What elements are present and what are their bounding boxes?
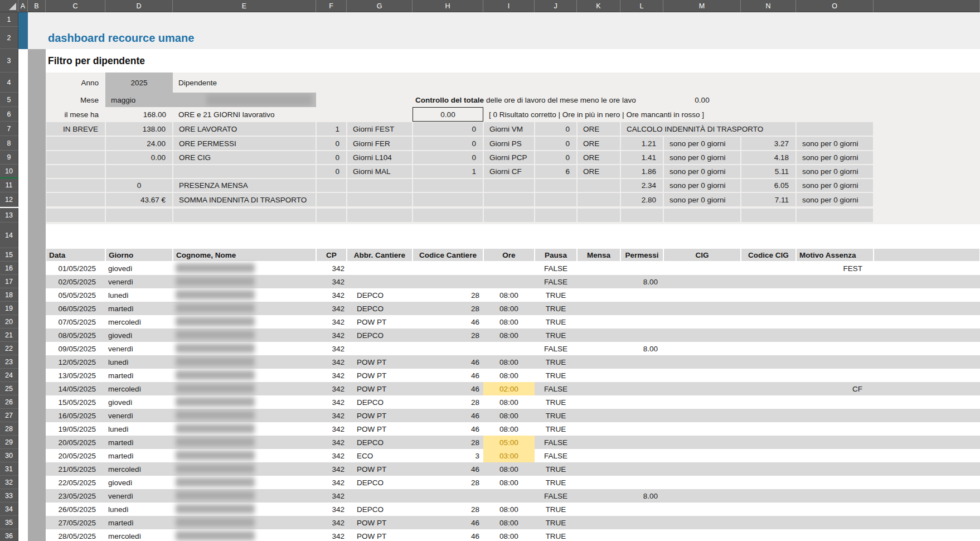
cell-cp-r29[interactable]: 342 bbox=[316, 436, 347, 449]
cell-I13[interactable] bbox=[484, 209, 534, 222]
cell-giorno-r16[interactable]: giovedì bbox=[105, 262, 173, 275]
cell-codice-cantiere-r27[interactable]: 46 bbox=[413, 409, 483, 422]
cell-cp-r26[interactable]: 342 bbox=[316, 395, 347, 409]
cell-cp-r24[interactable]: 342 bbox=[316, 369, 347, 382]
cell-motivo-assenza-r16[interactable]: FEST bbox=[796, 262, 874, 275]
cell-ore-r36[interactable]: 08:00 bbox=[483, 529, 535, 541]
row-header-27[interactable]: 27 bbox=[0, 409, 18, 422]
cell-giorno-r35[interactable]: martedì bbox=[105, 516, 173, 529]
cell-I10[interactable]: Giorni CF bbox=[484, 165, 534, 178]
cell-abbr-cantiere-r21[interactable]: DEPCO bbox=[347, 329, 413, 342]
table-header-J[interactable]: Pausa bbox=[535, 249, 576, 261]
cell-O10[interactable]: sono per 0 giorni bbox=[797, 165, 873, 178]
cell-abbr-cantiere-r25[interactable]: POW PT bbox=[347, 382, 413, 395]
cell-L9[interactable]: 1.41 bbox=[621, 151, 663, 164]
cell-D9[interactable]: 0.00 bbox=[106, 151, 172, 164]
row-header-25[interactable]: 25 bbox=[0, 382, 18, 395]
cell-cp-r21[interactable]: 342 bbox=[316, 329, 347, 342]
cell-pausa-r21[interactable]: TRUE bbox=[535, 329, 577, 342]
cell-L10[interactable]: 1.86 bbox=[621, 165, 663, 178]
cell-permessi-r33[interactable]: 8.00 bbox=[620, 489, 663, 503]
cell-E13[interactable] bbox=[173, 209, 316, 222]
cell-giorno-r32[interactable]: giovedì bbox=[105, 476, 173, 489]
cell-H6[interactable]: 0.00 bbox=[413, 107, 483, 122]
row-header-30[interactable]: 30 bbox=[0, 449, 18, 462]
cell-data-r20[interactable]: 07/05/2025 bbox=[46, 315, 105, 329]
cell-O11[interactable]: sono per 0 giorni bbox=[797, 179, 873, 192]
cell-data-r17[interactable]: 02/05/2025 bbox=[46, 275, 105, 288]
cell-H9[interactable]: 0 bbox=[413, 151, 483, 164]
cell-K11[interactable] bbox=[578, 179, 620, 192]
cell-data-r18[interactable]: 05/05/2025 bbox=[46, 288, 105, 302]
cell-G9[interactable]: Giorni L104 bbox=[347, 151, 412, 164]
cell-C8[interactable] bbox=[46, 137, 105, 150]
cell-O13[interactable] bbox=[797, 209, 873, 222]
row-header-3[interactable]: 3 bbox=[0, 49, 18, 73]
cell-G12[interactable] bbox=[347, 193, 412, 206]
cell-permessi-r17[interactable]: 8.00 bbox=[620, 275, 663, 288]
row-header-33[interactable]: 33 bbox=[0, 489, 18, 503]
cell-K12[interactable] bbox=[578, 193, 620, 206]
cell-permessi-r22[interactable]: 8.00 bbox=[620, 342, 663, 355]
cell-ore-r18[interactable]: 08:00 bbox=[483, 288, 535, 302]
cell-giorno-r20[interactable]: mercoledì bbox=[105, 315, 173, 329]
row-header-19[interactable]: 19 bbox=[0, 302, 18, 315]
cell-giorno-r19[interactable]: martedì bbox=[105, 302, 173, 315]
cell-C10[interactable] bbox=[46, 165, 105, 178]
cell-data-r23[interactable]: 12/05/2025 bbox=[46, 355, 105, 369]
cell-codice-cantiere-r32[interactable]: 28 bbox=[413, 476, 483, 489]
cell-E7[interactable]: ORE LAVORATO bbox=[173, 122, 316, 136]
cell-J10[interactable]: 6 bbox=[535, 165, 576, 178]
cell-L8[interactable]: 1.21 bbox=[621, 137, 663, 150]
cell-cp-r28[interactable]: 342 bbox=[316, 422, 347, 436]
cell-D12[interactable]: 43.67 € bbox=[106, 193, 172, 206]
cell-D4[interactable]: 2025 bbox=[105, 73, 173, 93]
cell-I8[interactable]: Giorni PS bbox=[484, 137, 534, 150]
cell-motivo-assenza-r25[interactable]: CF bbox=[796, 382, 874, 395]
cell-E12[interactable]: SOMMA INDENNITA DI TRASPORTO bbox=[173, 193, 316, 206]
cell-J13[interactable] bbox=[535, 209, 576, 222]
cell-C4[interactable]: Anno bbox=[46, 73, 105, 93]
cell-E4[interactable]: Dipendente bbox=[173, 73, 316, 93]
row-header-31[interactable]: 31 bbox=[0, 462, 18, 476]
cell-O12[interactable]: sono per 0 giorni bbox=[797, 193, 873, 206]
cell-E11[interactable]: PRESENZA MENSA bbox=[173, 179, 316, 192]
table-header-I[interactable]: Ore bbox=[484, 249, 534, 261]
column-header-K[interactable]: K bbox=[577, 0, 620, 12]
cell-ore-r28[interactable]: 08:00 bbox=[483, 422, 535, 436]
cell-C5[interactable]: Mese bbox=[46, 93, 105, 107]
cell-data-r28[interactable]: 19/05/2025 bbox=[46, 422, 105, 436]
cell-K9[interactable]: ORE bbox=[578, 151, 620, 164]
cell-giorno-r29[interactable]: martedì bbox=[105, 436, 173, 449]
cell-data-r21[interactable]: 08/05/2025 bbox=[46, 329, 105, 342]
row-header-23[interactable]: 23 bbox=[0, 355, 18, 369]
cell-codice-cantiere-r30[interactable]: 3 bbox=[413, 449, 483, 462]
row-header-34[interactable]: 34 bbox=[0, 503, 18, 516]
cell-D13[interactable] bbox=[106, 209, 172, 222]
cell-cp-r16[interactable]: 342 bbox=[316, 262, 347, 275]
cell-abbr-cantiere-r30[interactable]: ECO bbox=[347, 449, 413, 462]
cell-codice-cantiere-r34[interactable]: 28 bbox=[413, 503, 483, 516]
cell-pausa-r33[interactable]: FALSE bbox=[535, 489, 577, 503]
cell-ore-r30[interactable]: 03:00 bbox=[483, 449, 535, 462]
cell-giorno-r28[interactable]: lunedì bbox=[105, 422, 173, 436]
cell-abbr-cantiere-r23[interactable]: POW PT bbox=[347, 355, 413, 369]
cell-giorno-r36[interactable]: mercoledì bbox=[105, 529, 173, 541]
table-header-O[interactable]: Motivo Assenza bbox=[797, 249, 873, 261]
row-header-6[interactable]: 6 bbox=[0, 107, 18, 122]
cell-pausa-r32[interactable]: TRUE bbox=[535, 476, 577, 489]
column-header-E[interactable]: E bbox=[173, 0, 316, 12]
cell-pausa-r16[interactable]: FALSE bbox=[535, 262, 577, 275]
cell-F11[interactable] bbox=[317, 179, 346, 192]
cell-cp-r19[interactable]: 342 bbox=[316, 302, 347, 315]
cell-C7[interactable]: IN BREVE bbox=[46, 122, 105, 136]
column-header-B[interactable]: B bbox=[28, 0, 46, 12]
column-header-F[interactable]: F bbox=[316, 0, 347, 12]
cell-O7[interactable] bbox=[797, 122, 873, 136]
cell-codice-cantiere-r18[interactable]: 28 bbox=[413, 288, 483, 302]
cell-data-r27[interactable]: 16/05/2025 bbox=[46, 409, 105, 422]
cell-O8[interactable]: sono per 0 giorni bbox=[797, 137, 873, 150]
table-header-C[interactable]: Data bbox=[46, 249, 105, 261]
cell-abbr-cantiere-r19[interactable]: DEPCO bbox=[347, 302, 413, 315]
cell-giorno-r24[interactable]: martedì bbox=[105, 369, 173, 382]
